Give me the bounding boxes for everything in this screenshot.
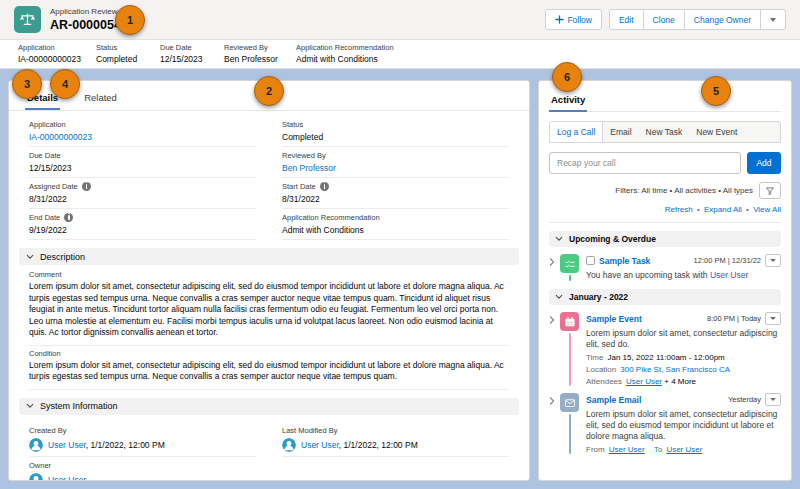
reviewed-by-link[interactable]: Ben Professor	[224, 54, 296, 64]
event-actions-button[interactable]	[765, 312, 781, 325]
email-from-link[interactable]: User User	[609, 445, 645, 454]
expand-all-link[interactable]: Expand All	[704, 205, 742, 214]
tab-new-task[interactable]: New Task	[639, 122, 690, 142]
field-reviewed-by: Reviewed By Ben Professor	[282, 147, 509, 178]
description-section: Comment Lorem ipsum dolor sit amet, cons…	[9, 270, 529, 390]
highlight-recommendation: Application Recommendation Admit with Co…	[296, 43, 394, 68]
timeline-stem	[569, 333, 571, 386]
timeline-stem	[569, 275, 571, 281]
filter-button[interactable]	[759, 182, 781, 199]
task-title-link[interactable]: Sample Task	[599, 256, 650, 266]
task-complete-checkbox[interactable]	[586, 256, 595, 265]
email-datetime: Yesterday	[728, 395, 761, 404]
chevron-down-icon	[770, 18, 776, 22]
description-section-header[interactable]: Description	[19, 248, 519, 265]
highlight-reviewed-by: Reviewed By Ben Professor	[224, 43, 296, 68]
january-2022-section-header[interactable]: January - 2022	[549, 289, 781, 305]
email-title-link[interactable]: Sample Email	[586, 395, 641, 405]
tab-activity[interactable]: Activity	[549, 92, 587, 112]
email-to-link[interactable]: User User	[666, 445, 702, 454]
record-action-group: Edit Clone Change Owner	[609, 9, 786, 30]
expand-chevron-icon[interactable]	[549, 254, 560, 281]
owner-link[interactable]: User User	[48, 475, 86, 482]
event-location-row: Location300 Pike St, San Francisco CA	[586, 365, 781, 374]
plus-icon	[555, 15, 564, 24]
email-from-to-row: FromUser User ToUser User	[586, 445, 781, 454]
expand-chevron-icon[interactable]	[549, 312, 560, 386]
task-datetime: 12:00 PM | 12/31/22	[694, 256, 761, 265]
system-information-section-header[interactable]: System Information	[19, 398, 519, 415]
highlight-application: Application IA-00000000023	[18, 43, 96, 68]
system-information-section: Created By User User, 1/1/2022, 12:00 PM…	[9, 420, 529, 482]
application-review-object-icon	[14, 6, 41, 33]
follow-button[interactable]: Follow	[545, 9, 602, 30]
field-assigned-date: Assigned Date 8/31/2022	[29, 178, 256, 209]
comment-text: Lorem ipsum dolor sit amet, consectetur …	[29, 281, 509, 346]
application-link[interactable]: IA-00000000023	[29, 132, 256, 142]
field-due-date: Due Date 12/15/2023	[29, 147, 256, 178]
view-all-link[interactable]: View All	[753, 205, 781, 214]
event-title-link[interactable]: Sample Event	[586, 314, 642, 324]
timeline-item-task: Sample Task 12:00 PM | 12/31/22 You have…	[549, 254, 781, 281]
info-icon[interactable]	[320, 182, 329, 191]
field-created-by: Created By User User, 1/1/2022, 12:00 PM	[29, 422, 256, 457]
chevron-down-icon	[555, 293, 563, 301]
user-avatar-icon	[29, 473, 43, 482]
annotation-marker-5: 5	[701, 76, 731, 106]
application-link[interactable]: IA-00000000023	[18, 54, 96, 64]
email-envelope-icon	[560, 393, 579, 412]
created-by-link[interactable]: User User	[48, 440, 86, 450]
field-status: Status Completed	[282, 116, 509, 147]
refresh-link[interactable]: Refresh	[665, 205, 693, 214]
divider	[549, 222, 781, 223]
task-user-link[interactable]: User User	[710, 270, 748, 280]
task-summary: You have an upcoming task with User User	[586, 270, 781, 281]
chevron-down-icon	[770, 317, 776, 320]
event-datetime: 8:00 PM | Today	[707, 314, 761, 323]
field-application: Application IA-00000000023	[29, 116, 256, 147]
event-location-link[interactable]: 300 Pike St, San Francisco CA	[620, 365, 730, 374]
header-actions: Follow Edit Clone Change Owner	[545, 9, 786, 30]
reviewed-by-link[interactable]: Ben Professor	[282, 163, 509, 173]
highlight-status: Status Completed	[96, 43, 160, 68]
field-application-recommendation: Application Recommendation Admit with Co…	[282, 209, 509, 240]
chevron-down-icon	[770, 259, 776, 262]
annotation-marker-1: 1	[115, 5, 145, 35]
timeline-stem	[569, 414, 571, 454]
activity-panel: Activity Log a Call Email New Task New E…	[538, 80, 792, 481]
field-owner: Owner User User	[29, 457, 256, 482]
event-attendees-row: AttendeesUser User + 4 More	[586, 377, 781, 386]
chevron-down-icon	[555, 235, 563, 243]
field-last-modified-by: Last Modified By User User, 1/1/2022, 12…	[282, 422, 509, 457]
event-time-row: TimeJan 15, 2022 11:00am - 12:00pm	[586, 353, 781, 362]
highlights-panel: Application IA-00000000023 Status Comple…	[0, 40, 800, 69]
upcoming-overdue-section-header[interactable]: Upcoming & Overdue	[549, 231, 781, 247]
expand-chevron-icon[interactable]	[549, 393, 560, 454]
tab-related[interactable]: Related	[82, 92, 119, 110]
email-actions-button[interactable]	[765, 393, 781, 406]
more-actions-button[interactable]	[761, 9, 786, 30]
tab-new-event[interactable]: New Event	[689, 122, 744, 142]
info-icon[interactable]	[82, 182, 91, 191]
task-icon	[560, 254, 579, 273]
call-composer: Add	[549, 152, 781, 174]
attendee-link[interactable]: User User	[626, 377, 662, 386]
task-actions-button[interactable]	[765, 254, 781, 267]
event-summary: Lorem ipsum dolor sit amet, consectetur …	[586, 328, 781, 350]
details-panel: Details Related Application IA-000000000…	[8, 80, 530, 481]
funnel-icon	[765, 186, 775, 196]
balance-scales-icon	[19, 11, 36, 28]
tab-email[interactable]: Email	[603, 122, 638, 142]
field-start-date: Start Date 8/31/2022	[282, 178, 509, 209]
edit-button[interactable]: Edit	[609, 9, 644, 30]
last-modified-by-link[interactable]: User User	[301, 440, 339, 450]
info-icon[interactable]	[64, 213, 73, 222]
tab-log-a-call[interactable]: Log a Call	[550, 122, 603, 142]
detail-field-grid: Application IA-00000000023 Status Comple…	[9, 111, 529, 240]
annotation-marker-2: 2	[254, 76, 284, 106]
clone-button[interactable]: Clone	[644, 9, 685, 30]
timeline-item-event: Sample Event 8:00 PM | Today Lorem ipsum…	[549, 312, 781, 386]
change-owner-button[interactable]: Change Owner	[685, 9, 761, 30]
add-button[interactable]: Add	[747, 152, 781, 174]
recap-call-input[interactable]	[549, 152, 741, 174]
